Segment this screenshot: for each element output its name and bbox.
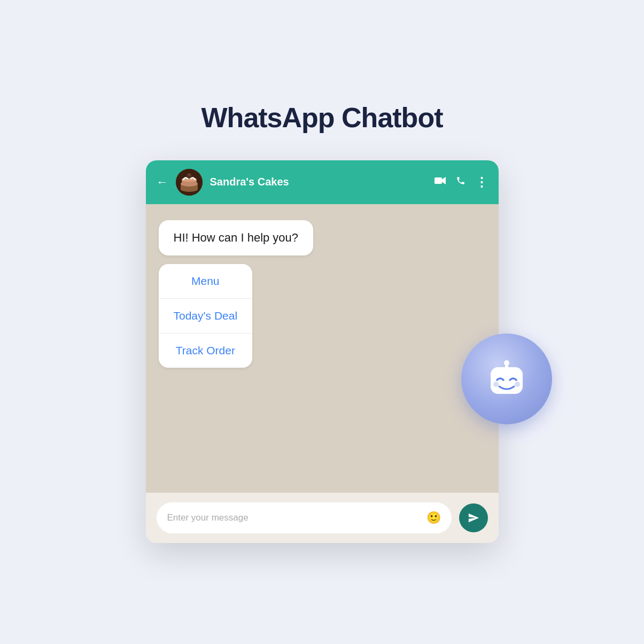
page-title: WhatsApp Chatbot [201, 102, 443, 134]
contact-avatar [176, 169, 203, 196]
phone-call-icon[interactable] [456, 176, 465, 188]
chat-body: HI! How can I help you? Menu Today's Dea… [146, 204, 499, 493]
svg-point-13 [515, 382, 520, 387]
option-menu[interactable]: Menu [159, 264, 253, 299]
back-button[interactable]: ← [157, 175, 168, 189]
robot-avatar [461, 333, 552, 424]
robot-circle [461, 333, 552, 424]
contact-name: Sandra's Cakes [210, 176, 427, 188]
message-placeholder: Enter your message [167, 513, 249, 523]
header-icons: ⋮ [434, 176, 488, 189]
send-button[interactable] [459, 503, 488, 532]
more-options-icon[interactable]: ⋮ [475, 176, 488, 189]
chat-footer: Enter your message 🙂 [146, 493, 499, 543]
options-card: Menu Today's Deal Track Order [159, 264, 253, 368]
option-todays-deal[interactable]: Today's Deal [159, 299, 253, 333]
svg-point-7 [188, 173, 190, 176]
svg-rect-11 [505, 363, 508, 369]
greeting-bubble: HI! How can I help you? [159, 220, 314, 255]
video-call-icon[interactable] [434, 176, 446, 188]
chat-header: ← [146, 160, 499, 204]
send-icon [468, 512, 479, 524]
chat-window: ← [146, 160, 499, 543]
robot-face-svg [480, 352, 533, 406]
svg-point-12 [493, 382, 499, 387]
chat-wrapper: ← [146, 160, 499, 543]
emoji-button[interactable]: 🙂 [426, 511, 441, 525]
option-track-order[interactable]: Track Order [159, 333, 253, 368]
avatar-image [176, 169, 203, 196]
svg-rect-8 [434, 177, 442, 184]
message-input-container[interactable]: Enter your message 🙂 [157, 502, 452, 533]
